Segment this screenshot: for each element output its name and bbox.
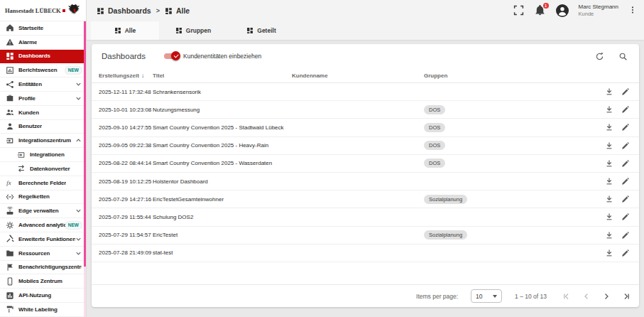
table-row[interactable]: 2025-07-29 11:55:44 Schulung DOS2 — [92, 208, 639, 226]
fullscreen-icon — [513, 5, 525, 16]
table-row[interactable]: 2025-10-01 10:23:08 Nutzungsmessung DOS — [92, 101, 639, 119]
edit-dashboard-button[interactable] — [621, 213, 630, 221]
table-row[interactable]: 2025-08-22 08:44:14 Smart Country Conven… — [92, 155, 639, 173]
table-row[interactable]: 2025-08-19 10:12:25 Holstentor Dashboard — [92, 173, 639, 190]
download-dashboard-button[interactable] — [605, 159, 613, 168]
last-page-button[interactable] — [622, 292, 631, 301]
download-icon — [605, 213, 613, 221]
table-header-row: Erstellungszeit ↓ Titel Kundenname Grupp… — [92, 68, 639, 83]
sidebar-item-datenkonverter[interactable]: Datenkonverter — [0, 162, 86, 176]
sidebar-item-entitaeten[interactable]: Entitäten — [0, 77, 86, 92]
edit-dashboard-button[interactable] — [621, 87, 630, 96]
dashboard-icon — [246, 27, 253, 34]
download-dashboard-button[interactable] — [605, 195, 613, 203]
download-dashboard-button[interactable] — [605, 249, 613, 257]
fullscreen-button[interactable] — [513, 5, 525, 16]
edit-dashboard-button[interactable] — [621, 159, 630, 168]
table-row[interactable]: 2025-09-05 09:22:38 Smart Country Conven… — [92, 137, 639, 155]
sidebar-item-advanced-analytics[interactable]: Advanced analytics NEW — [0, 218, 86, 232]
notifications-button[interactable]: 1 — [535, 5, 546, 16]
edit-dashboard-button[interactable] — [621, 123, 630, 131]
next-page-button[interactable] — [602, 292, 611, 301]
row-title-cell: EricTestetGesamteinwohner — [153, 196, 292, 203]
first-page-button[interactable] — [562, 292, 571, 301]
user-menu[interactable]: Marc Stegmann Kunde — [579, 4, 618, 17]
search-icon — [618, 52, 628, 61]
previous-page-button[interactable] — [582, 292, 591, 301]
table-row[interactable]: 2025-12-11 17:32:48 Schrankensensorik — [92, 83, 639, 101]
download-dashboard-button[interactable] — [605, 177, 613, 186]
sidebar-item-kunden[interactable]: Kunden — [0, 106, 86, 120]
edit-dashboard-button[interactable] — [621, 105, 630, 114]
edit-dashboard-button[interactable] — [621, 231, 630, 240]
download-dashboard-button[interactable] — [605, 231, 613, 240]
breadcrumb-item-dashboards[interactable]: Dashboards — [97, 6, 151, 15]
refresh-button[interactable] — [595, 52, 604, 61]
download-dashboard-button[interactable] — [605, 141, 613, 150]
tab-gruppen[interactable]: Gruppen — [159, 21, 227, 40]
sidebar-item-white-labeling[interactable]: White Labeling — [0, 303, 86, 317]
row-time-cell: 2025-07-29 11:54:57 — [99, 232, 153, 238]
sidebar-item-edge-verwalten[interactable]: Edge verwalten — [0, 204, 86, 218]
breadcrumb-item-alle[interactable]: Alle — [165, 6, 190, 15]
sidebar-item-erweiterte-funktionen[interactable]: Erweiterte Funktionen — [0, 232, 86, 247]
integration-icon — [6, 136, 14, 145]
sidebar-item-ressourcen[interactable]: Ressourcen — [0, 247, 86, 261]
download-dashboard-button[interactable] — [605, 123, 613, 131]
edit-dashboard-button[interactable] — [621, 195, 630, 203]
sidebar-item-benachrichtigungszentrum[interactable]: Benachrichtigungszentrum — [0, 261, 86, 275]
row-actions-cell — [598, 141, 639, 150]
sidebar-item-mobiles-zentrum[interactable]: Mobiles Zentrum — [0, 274, 86, 289]
table-row[interactable]: 2025-07-29 11:54:57 EricTestet Sozialpla… — [92, 227, 639, 245]
sidebar-item-dashboards[interactable]: Dashboards — [0, 50, 86, 64]
row-title-cell: Smart Country Convention 2025 - Stadtwal… — [153, 124, 292, 131]
paginator-nav — [562, 292, 631, 301]
edit-dashboard-button[interactable] — [621, 249, 630, 257]
main-area: Dashboards > Alle 1 Marc Stegmann Kunde … — [87, 0, 644, 317]
sidebar-item-profile[interactable]: Profile — [0, 92, 86, 106]
edit-icon — [621, 87, 630, 96]
search-button[interactable] — [618, 52, 628, 61]
table-row[interactable]: 2025-07-29 14:27:16 EricTestetGesamteinw… — [92, 190, 639, 208]
download-dashboard-button[interactable] — [605, 105, 613, 114]
overflow-menu-button[interactable] — [628, 5, 637, 16]
edit-dashboard-button[interactable] — [621, 141, 630, 150]
user-name: Marc Stegmann — [579, 4, 618, 11]
download-dashboard-button[interactable] — [605, 87, 613, 96]
chevron-down-icon — [75, 81, 82, 87]
column-header-gruppen[interactable]: Gruppen — [424, 72, 598, 79]
column-header-erstellungszeit[interactable]: Erstellungszeit ↓ — [99, 72, 153, 79]
row-time-cell: 2025-08-22 08:44:14 — [99, 160, 153, 166]
page-size-select[interactable]: 10 — [471, 289, 502, 303]
sidebar-item-alarme[interactable]: Alarme — [0, 36, 86, 50]
column-header-kundenname[interactable]: Kundenname — [292, 72, 424, 79]
row-title-cell: Holstentor Dashboard — [153, 178, 292, 185]
edit-dashboard-button[interactable] — [621, 177, 630, 186]
download-dashboard-button[interactable] — [605, 213, 613, 221]
user-role: Kunde — [579, 11, 618, 17]
tab-geteilt[interactable]: Geteilt — [227, 21, 295, 40]
tab-alle[interactable]: Alle — [91, 21, 159, 40]
sidebar-item-regelketten[interactable]: Regelketten — [0, 190, 86, 205]
row-title-cell: Smart Country Convention 2025 - Wasserda… — [153, 160, 292, 166]
user-avatar[interactable] — [556, 4, 569, 17]
edit-icon — [621, 213, 630, 221]
sidebar-item-benutzer[interactable]: Benutzer — [0, 120, 86, 134]
sidebar-item-berechnete-felder[interactable]: fx Berechnete Felder — [0, 176, 86, 190]
edit-icon — [621, 105, 630, 114]
sidebar-item-api-nutzung[interactable]: API-Nutzung — [0, 289, 86, 303]
group-chip: DOS — [424, 105, 445, 114]
include-customer-entities-toggle[interactable]: Kundenentitäten einbeziehen — [164, 53, 261, 60]
sidebar-scrollbar-thumb[interactable] — [84, 21, 86, 267]
sidebar-item-startseite[interactable]: Startseite — [0, 21, 86, 36]
column-header-titel[interactable]: Titel — [153, 72, 292, 79]
svg-text:fx: fx — [6, 179, 11, 186]
sidebar-item-integrationen[interactable]: Integrationen — [0, 148, 86, 162]
edit-icon — [621, 177, 630, 186]
table-row[interactable]: 2025-07-28 21:49:09 stat-test — [92, 245, 639, 262]
sidebar-item-integrationszentrum[interactable]: Integrationszentrum — [0, 134, 86, 148]
sidebar-item-berichtswesen[interactable]: Berichtswesen NEW — [0, 63, 86, 77]
dashboard-icon — [175, 27, 182, 34]
table-row[interactable]: 2025-09-10 14:27:55 Smart Country Conven… — [92, 119, 639, 136]
chevron-up-icon — [75, 137, 82, 144]
